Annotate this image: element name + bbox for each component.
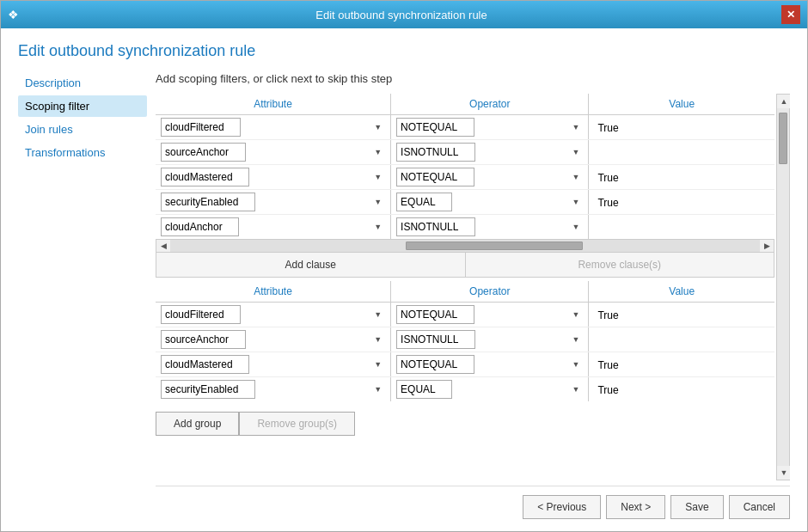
g1r3-attr-select[interactable]: cloudMastered: [161, 168, 249, 187]
g1r1-op-select[interactable]: NOTEQUAL: [396, 118, 474, 137]
sidebar-item-description[interactable]: Description: [18, 72, 147, 94]
g1r3-value: True: [594, 170, 621, 186]
scroll-thumb[interactable]: [779, 113, 787, 164]
group2-attr-header: Attribute: [156, 281, 391, 303]
content-area: Edit outbound synchronization rule Descr…: [1, 28, 807, 531]
g1r3-op-wrapper: NOTEQUAL: [396, 168, 583, 187]
page-title: Edit outbound synchronization rule: [18, 42, 790, 60]
main-body: Description Scoping filter Join rules Tr…: [18, 72, 790, 523]
group2-op-header: Operator: [391, 281, 589, 303]
group1-clause-buttons: Add clause Remove clause(s): [156, 253, 774, 278]
g2r3-op-select[interactable]: NOTEQUAL: [396, 355, 474, 374]
main-window: ❖ Edit outbound synchronization rule ✕ E…: [0, 0, 808, 532]
g1r4-value: True: [594, 195, 621, 211]
g1r2-attr-wrapper: sourceAnchor: [161, 143, 385, 162]
table-row: cloudMastered: [156, 165, 774, 190]
table-row: sourceAnchor: [156, 140, 774, 165]
vertical-scrollbar[interactable]: ▲ ▼: [776, 94, 790, 480]
window-title: Edit outbound synchronization rule: [21, 9, 781, 21]
g2r1-op-select[interactable]: NOTEQUAL: [396, 305, 474, 324]
g1r5-op-select[interactable]: ISNOTNULL: [396, 217, 475, 236]
horiz-scroll-thumb[interactable]: [406, 242, 583, 250]
group1-filter-table: Attribute Operator Value: [156, 94, 774, 239]
group-2: Attribute Operator Value: [156, 281, 774, 401]
group-buttons: Add group Remove group(s): [156, 412, 774, 436]
groups-scroll-content: Attribute Operator Value: [156, 94, 774, 480]
g1r2-op-wrapper: ISNOTNULL: [396, 143, 583, 162]
window-icon: ❖: [8, 8, 21, 21]
close-button[interactable]: ✕: [781, 5, 800, 24]
g2r2-op-select[interactable]: ISNOTNULL: [396, 330, 475, 349]
add-group-button[interactable]: Add group: [156, 412, 239, 436]
right-panel: Add scoping filters, or click next to sk…: [156, 72, 790, 523]
next-button[interactable]: Next >: [606, 495, 665, 519]
save-button[interactable]: Save: [670, 495, 723, 519]
g2r4-attr-select[interactable]: securityEnabled: [161, 380, 255, 399]
previous-button[interactable]: < Previous: [523, 495, 601, 519]
g1r2-op-select[interactable]: ISNOTNULL: [396, 143, 475, 162]
g1r5-attr-wrapper: cloudAnchor: [161, 217, 385, 236]
g1r1-attr-select[interactable]: cloudFiltered: [161, 118, 241, 137]
scroll-track: [777, 108, 789, 466]
title-bar: ❖ Edit outbound synchronization rule ✕: [1, 1, 807, 28]
scroll-down-arrow[interactable]: ▼: [777, 466, 790, 480]
g2r2-attr-select[interactable]: sourceAnchor: [161, 330, 246, 349]
g1r3-attr-wrapper: cloudMastered: [161, 168, 385, 187]
step-description: Add scoping filters, or click next to sk…: [156, 72, 790, 85]
g2r1-attr-select[interactable]: cloudFiltered: [161, 305, 241, 324]
group1-attr-header: Attribute: [156, 94, 391, 115]
group1-horiz-scrollbar[interactable]: ◀ ▶: [156, 239, 774, 253]
footer: < Previous Next > Save Cancel: [156, 486, 790, 523]
sidebar-item-transformations[interactable]: Transformations: [18, 142, 147, 163]
group2-table-area: Attribute Operator Value: [156, 281, 774, 401]
g2r1-attr-wrapper: cloudFiltered: [161, 305, 385, 324]
g1r1-op-wrapper: NOTEQUAL: [396, 118, 583, 137]
table-row: securityEnabled: [156, 377, 774, 402]
group1-val-header: Value: [589, 94, 774, 115]
g2r2-value: [594, 333, 601, 348]
g2r3-op-wrapper: NOTEQUAL: [396, 355, 583, 374]
sidebar: Description Scoping filter Join rules Tr…: [18, 72, 156, 523]
g1r1-value: True: [594, 120, 621, 136]
g1r4-attr-select[interactable]: securityEnabled: [161, 193, 255, 211]
g1r3-op-select[interactable]: NOTEQUAL: [396, 168, 474, 187]
g2r4-op-wrapper: EQUAL: [396, 380, 583, 399]
g2r1-op-wrapper: NOTEQUAL: [396, 305, 583, 324]
g1r2-value: [594, 145, 601, 161]
table-row: cloudFiltered: [156, 303, 774, 327]
horiz-scroll-track: [170, 240, 760, 252]
scroll-up-arrow[interactable]: ▲: [777, 95, 790, 108]
remove-group-button[interactable]: Remove group(s): [239, 412, 355, 436]
table-row: cloudFiltered: [156, 115, 774, 140]
g2r2-op-wrapper: ISNOTNULL: [396, 330, 583, 349]
sidebar-item-scoping-filter[interactable]: Scoping filter: [18, 95, 147, 117]
g1r5-attr-select[interactable]: cloudAnchor: [161, 217, 239, 236]
horiz-scroll-left-arrow[interactable]: ◀: [156, 239, 170, 253]
g2r4-value: True: [594, 382, 621, 398]
cancel-button[interactable]: Cancel: [729, 495, 790, 519]
g2r3-value: True: [594, 358, 621, 373]
groups-and-scroll: Attribute Operator Value: [156, 94, 790, 480]
g1r4-op-select[interactable]: EQUAL: [396, 193, 452, 211]
horiz-scroll-right-arrow[interactable]: ▶: [760, 239, 774, 253]
g2r3-attr-wrapper: cloudMastered: [161, 355, 385, 374]
g1r5-op-wrapper: ISNOTNULL: [396, 217, 583, 236]
group2-val-header: Value: [589, 281, 774, 303]
group2-filter-table: Attribute Operator Value: [156, 281, 774, 401]
g2r3-attr-select[interactable]: cloudMastered: [161, 355, 249, 374]
g1r2-attr-select[interactable]: sourceAnchor: [161, 143, 246, 162]
g2r4-op-select[interactable]: EQUAL: [396, 380, 452, 399]
sidebar-item-join-rules[interactable]: Join rules: [18, 119, 147, 140]
table-row: sourceAnchor: [156, 327, 774, 352]
table-row: cloudAnchor: [156, 215, 774, 240]
g2r1-value: True: [594, 308, 621, 323]
g1r5-value: [594, 220, 601, 235]
g1r4-op-wrapper: EQUAL: [396, 193, 583, 211]
add-clause-button[interactable]: Add clause: [156, 253, 466, 277]
table-row: cloudMastered: [156, 352, 774, 377]
group1-op-header: Operator: [391, 94, 589, 115]
remove-clause-button[interactable]: Remove clause(s): [466, 253, 774, 277]
g2r2-attr-wrapper: sourceAnchor: [161, 330, 385, 349]
group1-table-area: Attribute Operator Value: [156, 94, 774, 253]
g1r4-attr-wrapper: securityEnabled: [161, 193, 385, 211]
